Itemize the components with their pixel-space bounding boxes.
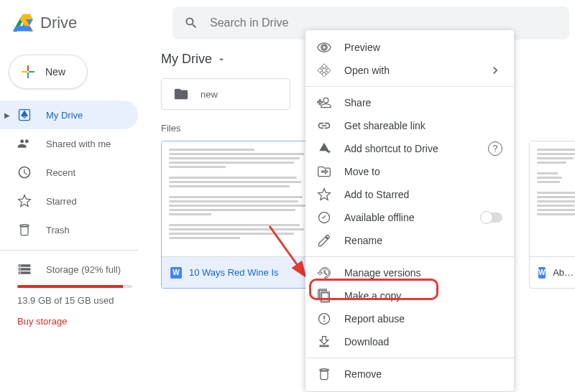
drive-logo-icon — [13, 13, 33, 33]
sidebar: New ▶ My Drive Shared with me Recent Sta… — [0, 46, 150, 392]
new-label: New — [45, 66, 65, 78]
eye-icon — [317, 40, 331, 55]
sidebar-item-recent[interactable]: Recent — [0, 158, 138, 187]
word-doc-icon: W — [170, 267, 182, 279]
chevron-right-icon — [488, 63, 502, 78]
clock-icon — [17, 165, 32, 179]
star-icon — [317, 187, 331, 202]
expand-caret-icon: ▶ — [4, 111, 10, 119]
new-button[interactable]: New — [9, 55, 88, 89]
sidebar-item-trash[interactable]: Trash — [0, 215, 138, 244]
trash-icon — [317, 367, 331, 381]
menu-add-starred[interactable]: Add to Starred — [305, 183, 514, 206]
file-thumbnail — [162, 141, 318, 256]
sidebar-item-my-drive[interactable]: ▶ My Drive — [0, 101, 138, 129]
offline-toggle[interactable] — [481, 213, 502, 223]
file-thumbnail — [530, 141, 575, 256]
download-icon — [317, 335, 331, 349]
trash-icon — [17, 223, 32, 237]
menu-report-abuse[interactable]: Report abuse — [305, 307, 514, 330]
dropdown-caret-icon — [216, 55, 226, 65]
storage-icon — [17, 262, 32, 276]
drive-shortcut-icon — [317, 141, 331, 156]
offline-icon — [317, 210, 331, 225]
search-input[interactable] — [210, 17, 558, 29]
move-icon — [317, 164, 331, 179]
file-footer: W About Us — [530, 256, 575, 288]
open-with-icon — [317, 63, 331, 78]
sidebar-item-starred[interactable]: Starred — [0, 187, 138, 215]
shared-icon — [17, 136, 32, 151]
file-footer: W 10 Ways Red Wine Is — [162, 256, 318, 288]
search-icon — [184, 16, 198, 30]
storage-section: Storage (92% full) 13.9 GB of 15 GB used… — [0, 256, 150, 332]
file-card[interactable]: W About Us — [529, 141, 575, 289]
menu-rename[interactable]: Rename — [305, 229, 514, 252]
menu-versions[interactable]: Manage versions — [305, 261, 514, 284]
storage-usage-text: 13.9 GB of 15 GB used — [17, 295, 132, 306]
menu-divider — [305, 86, 514, 87]
pencil-icon — [317, 233, 331, 248]
folder-icon — [173, 86, 189, 102]
help-icon[interactable]: ? — [488, 141, 502, 156]
menu-move-to[interactable]: Move to — [305, 160, 514, 183]
word-doc-icon: W — [538, 267, 546, 279]
logo-section[interactable]: Drive — [0, 13, 172, 33]
report-icon — [317, 312, 331, 326]
plus-icon — [19, 63, 37, 80]
menu-make-copy[interactable]: Make a copy — [305, 284, 514, 307]
link-icon — [317, 118, 331, 133]
menu-open-with[interactable]: Open with — [305, 59, 514, 82]
my-drive-icon — [17, 108, 32, 122]
file-name: About Us — [553, 267, 575, 278]
menu-get-link[interactable]: Get shareable link — [305, 114, 514, 137]
file-card[interactable]: W 10 Ways Red Wine Is — [161, 141, 319, 289]
context-menu: Preview Open with Share Get shareable li… — [305, 30, 514, 391]
folder-item[interactable]: new — [161, 78, 290, 110]
menu-share[interactable]: Share — [305, 91, 514, 114]
divider — [0, 250, 138, 251]
menu-remove[interactable]: Remove — [305, 363, 514, 386]
star-icon — [17, 194, 32, 208]
storage-header[interactable]: Storage (92% full) — [17, 262, 132, 276]
menu-download[interactable]: Download — [305, 330, 514, 353]
menu-offline[interactable]: Available offline — [305, 206, 514, 229]
app-title: Drive — [40, 14, 77, 32]
menu-preview[interactable]: Preview — [305, 36, 514, 59]
sidebar-item-shared[interactable]: Shared with me — [0, 129, 138, 158]
copy-icon — [317, 289, 331, 303]
menu-divider — [305, 358, 514, 358]
svg-marker-5 — [13, 26, 33, 31]
menu-divider — [305, 256, 514, 257]
file-name: 10 Ways Red Wine Is — [189, 267, 279, 278]
menu-add-shortcut[interactable]: Add shortcut to Drive ? — [305, 137, 514, 160]
buy-storage-link[interactable]: Buy storage — [17, 316, 132, 327]
person-add-icon — [317, 95, 331, 110]
history-icon — [317, 266, 331, 280]
storage-bar — [17, 285, 132, 288]
